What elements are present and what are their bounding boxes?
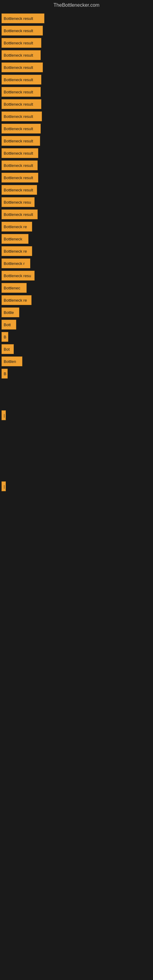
bottleneck-bar[interactable]: Bottlen xyxy=(2,356,22,366)
bottleneck-bar[interactable]: Bottleneck result xyxy=(2,136,40,146)
bottleneck-bar[interactable]: B xyxy=(2,369,8,379)
bottleneck-bar[interactable]: Bottleneck result xyxy=(2,210,38,219)
bar-row: Bottle xyxy=(0,307,153,317)
bottleneck-bar[interactable]: | xyxy=(2,481,6,491)
bar-row: Bottleneck result xyxy=(0,136,153,146)
bottleneck-bar[interactable]: Bottleneck resu xyxy=(2,197,35,207)
bottleneck-bar[interactable]: Bottleneck result xyxy=(2,87,41,97)
bottleneck-bar[interactable]: B xyxy=(2,332,8,342)
bar-row: Bottleneck result xyxy=(0,50,153,60)
bottleneck-bar[interactable]: Bottleneck result xyxy=(2,124,41,134)
bar-row: Bottleneck result xyxy=(0,26,153,35)
bar-row xyxy=(0,381,153,393)
bar-row: Bottleneck resu xyxy=(0,197,153,207)
bar-row: Bottleneck resu xyxy=(0,271,153,280)
bar-row xyxy=(0,396,153,408)
bars-container: Bottleneck resultBottleneck resultBottle… xyxy=(0,10,153,497)
bar-row: Bottleneck result xyxy=(0,87,153,97)
bar-row: Bottleneck re xyxy=(0,246,153,256)
bottleneck-bar[interactable]: Bottleneck resu xyxy=(2,271,35,280)
bar-row: Bott xyxy=(0,320,153,329)
bar-row: Bottleneck result xyxy=(0,99,153,109)
bar-row xyxy=(0,438,153,450)
bar-row: Bottleneck re xyxy=(0,295,153,305)
bar-row: Bottleneck result xyxy=(0,75,153,84)
bar-row: Bottleneck result xyxy=(0,173,153,183)
bottleneck-bar[interactable]: Bottleneck result xyxy=(2,161,38,170)
bar-row: Bottleneck result xyxy=(0,111,153,121)
bar-row: Bot xyxy=(0,344,153,354)
bar-row: | xyxy=(0,481,153,491)
bottleneck-bar[interactable]: Bottleneck result xyxy=(2,111,42,121)
bottleneck-bar[interactable]: | xyxy=(2,410,6,420)
bar-row: Bottleneck result xyxy=(0,148,153,158)
bar-row: B xyxy=(0,332,153,342)
bottleneck-bar[interactable]: Bottleneck re xyxy=(2,246,32,256)
bottleneck-bar[interactable]: Bott xyxy=(2,320,16,329)
bar-row: Bottleneck xyxy=(0,234,153,244)
bar-row: Bottleneck result xyxy=(0,185,153,195)
bar-row: Bottleneck result xyxy=(0,210,153,219)
bar-row: Bottleneck result xyxy=(0,38,153,48)
bar-row: Bottleneck result xyxy=(0,62,153,72)
bottleneck-bar[interactable]: Bottlenec xyxy=(2,283,27,293)
bottleneck-bar[interactable]: Bottle xyxy=(2,307,19,317)
bar-row: Bottleneck r xyxy=(0,258,153,268)
bottleneck-bar[interactable]: Bottleneck re xyxy=(2,222,32,232)
bottleneck-bar[interactable]: Bot xyxy=(2,344,14,354)
bottleneck-bar[interactable]: Bottleneck result xyxy=(2,173,38,183)
bar-row xyxy=(0,423,153,435)
bar-row: Bottleneck result xyxy=(0,124,153,134)
bottleneck-bar[interactable]: Bottleneck r xyxy=(2,258,30,268)
bar-row: Bottleneck result xyxy=(0,161,153,170)
bottleneck-bar[interactable]: Bottleneck result xyxy=(2,99,41,109)
bottleneck-bar[interactable]: Bottleneck result xyxy=(2,62,43,72)
bar-row: | xyxy=(0,410,153,420)
site-title: TheBottlenecker.com xyxy=(0,0,153,10)
bar-row xyxy=(0,467,153,479)
bottleneck-bar[interactable]: Bottleneck result xyxy=(2,38,41,48)
bottleneck-bar[interactable]: Bottleneck result xyxy=(2,148,38,158)
bar-row: Bottleneck result xyxy=(0,13,153,23)
bar-row: Bottleneck re xyxy=(0,222,153,232)
bar-row xyxy=(0,452,153,464)
bottleneck-bar[interactable]: Bottleneck result xyxy=(2,26,43,35)
bar-row: Bottlenec xyxy=(0,283,153,293)
bottleneck-bar[interactable]: Bottleneck result xyxy=(2,75,41,84)
bottleneck-bar[interactable]: Bottleneck xyxy=(2,234,29,244)
site-header: TheBottlenecker.com xyxy=(0,0,153,10)
bar-row: Bottlen xyxy=(0,356,153,366)
bottleneck-bar[interactable]: Bottleneck result xyxy=(2,50,41,60)
bottleneck-bar[interactable]: Bottleneck re xyxy=(2,295,32,305)
bottleneck-bar[interactable]: Bottleneck result xyxy=(2,185,37,195)
bar-row: B xyxy=(0,369,153,379)
bottleneck-bar[interactable]: Bottleneck result xyxy=(2,13,45,23)
